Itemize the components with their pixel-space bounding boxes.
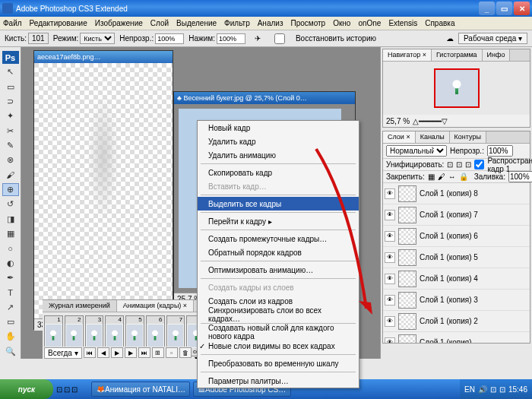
language-indicator[interactable]: EN	[464, 385, 475, 394]
doc1-canvas[interactable]	[34, 63, 173, 318]
layer-row[interactable]: 👁Слой 1 (копия)	[383, 332, 530, 343]
layer-row[interactable]: 👁Слой 1 (копия) 6	[383, 226, 530, 247]
tween-button[interactable]: ⊞	[152, 347, 164, 358]
menu-help[interactable]: Справка	[425, 19, 454, 27]
quicklaunch-icon[interactable]: ⊡	[71, 385, 78, 394]
brush-tool-icon[interactable]: 🖌	[2, 169, 19, 182]
zoom-tool-icon[interactable]: 🔍	[2, 345, 19, 358]
eyedropper-tool-icon[interactable]: ✎	[2, 139, 19, 152]
unify-style-icon[interactable]: ⊡	[465, 160, 471, 169]
marquee-tool-icon[interactable]: ▭	[2, 81, 19, 93]
menu-item[interactable]: Удалить кадр	[198, 135, 359, 148]
menu-layer[interactable]: Слой	[150, 19, 169, 27]
menu-item[interactable]: Оптимизировать анимацию…	[198, 263, 359, 277]
layer-thumb[interactable]	[398, 185, 416, 202]
minimize-button[interactable]: _	[479, 2, 495, 15]
visibility-icon[interactable]: 👁	[385, 274, 395, 284]
menu-item[interactable]: Создать промежуточные кадры…	[198, 232, 359, 245]
layer-thumb[interactable]	[398, 228, 416, 245]
type-tool-icon[interactable]: T	[2, 286, 19, 299]
blend-mode-select[interactable]: Нормальный	[386, 145, 447, 157]
shape-tool-icon[interactable]: ▭	[2, 315, 19, 328]
layer-row[interactable]: 👁Слой 1 (копия) 5	[383, 247, 530, 268]
dodge-tool-icon[interactable]: ◐	[2, 257, 19, 270]
quicklaunch-icon[interactable]: ⊡	[56, 385, 62, 394]
lock-all-icon[interactable]: 🔒	[459, 173, 468, 181]
history-brush-tool-icon[interactable]: ↺	[2, 198, 19, 211]
next-frame-button[interactable]: ▶	[125, 347, 137, 358]
stamp-tool-icon[interactable]: ⊕	[2, 183, 19, 196]
last-frame-button[interactable]: ⏭	[138, 347, 150, 358]
layer-row[interactable]: 👁Слой 1 (копия) 8	[383, 183, 530, 204]
doc1-title[interactable]: aecea17aef8b.png…	[34, 51, 173, 63]
menu-item[interactable]: Обратный порядок кадров	[198, 245, 359, 259]
tray-icon[interactable]: ⊡	[499, 385, 505, 394]
menu-filter[interactable]: Фильтр	[224, 19, 250, 27]
tab-layers[interactable]: Слои ×	[383, 131, 416, 143]
menu-view[interactable]: Просмотр	[290, 19, 325, 27]
tray-icon[interactable]: 🔊	[478, 385, 487, 394]
menu-extensis[interactable]: Extensis	[388, 19, 417, 27]
delete-frame-button[interactable]: 🗑	[179, 347, 192, 358]
maximize-button[interactable]: ▭	[496, 2, 512, 15]
flow-input[interactable]	[217, 33, 245, 44]
tab-measurements[interactable]: Журнал измерений	[43, 300, 117, 312]
navigator-thumb[interactable]	[434, 68, 480, 108]
layer-thumb[interactable]	[398, 271, 416, 287]
play-button[interactable]: ▶	[111, 347, 123, 358]
brush-value[interactable]: 101	[28, 33, 49, 44]
visibility-icon[interactable]: 👁	[385, 316, 395, 327]
layer-row[interactable]: 👁Слой 1 (копия) 2	[383, 311, 530, 332]
tab-info[interactable]: Инфо	[483, 49, 511, 61]
menu-item[interactable]: Создавать новый слой для каждого нового …	[198, 325, 359, 339]
doc2-title[interactable]: ♣ Весенний букет.jpg @ 25,7% (Слой 0…	[174, 92, 355, 104]
layer-thumb[interactable]	[398, 292, 416, 309]
visibility-icon[interactable]: 👁	[385, 337, 395, 344]
taskbar-button[interactable]: 🦊 Анимация от NATALI…	[91, 382, 190, 397]
hand-tool-icon[interactable]: ✋	[2, 330, 19, 343]
workspace-menu[interactable]: Рабочая среда ▾	[458, 33, 527, 44]
eraser-tool-icon[interactable]: ◨	[2, 213, 19, 226]
prev-frame-button[interactable]: ◀	[97, 347, 109, 358]
tab-animation[interactable]: Анимация (кадры) ×	[117, 300, 194, 312]
unify-position-icon[interactable]: ⊡	[447, 160, 453, 169]
tray-icon[interactable]: ⊡	[490, 385, 496, 394]
visibility-icon[interactable]: 👁	[385, 188, 395, 199]
menu-file[interactable]: Файл	[3, 19, 22, 27]
visibility-icon[interactable]: 👁	[385, 210, 395, 220]
menu-select[interactable]: Выделение	[176, 19, 217, 27]
start-button[interactable]: пуск	[0, 379, 53, 399]
pen-tool-icon[interactable]: ✒	[2, 271, 19, 284]
layer-row[interactable]: 👁Слой 1 (копия) 7	[383, 204, 530, 226]
path-tool-icon[interactable]: ↗	[2, 301, 19, 314]
clock[interactable]: 15:46	[508, 385, 527, 394]
loop-select[interactable]: Всегда ▾	[44, 347, 82, 359]
gradient-tool-icon[interactable]: ▦	[2, 227, 19, 240]
blur-tool-icon[interactable]: ○	[2, 242, 19, 255]
first-frame-button[interactable]: ⏮	[84, 347, 96, 358]
system-tray[interactable]: EN 🔊 ⊡ ⊡ 15:46	[460, 379, 532, 399]
propagate-check[interactable]	[474, 160, 484, 169]
quicklaunch-icon[interactable]: ⊡	[64, 385, 70, 394]
unify-visibility-icon[interactable]: ⊡	[456, 160, 462, 169]
mode-select[interactable]: Кисть	[80, 33, 115, 44]
close-button[interactable]: ✕	[514, 2, 530, 15]
menu-item[interactable]: Скопировать кадр	[198, 166, 359, 179]
menu-item[interactable]: Перейти к кадру ▸	[198, 214, 359, 228]
menu-item[interactable]: Параметры палитры…	[198, 374, 359, 388]
layer-row[interactable]: 👁Слой 1 (копия) 3	[383, 290, 530, 311]
layer-thumb[interactable]	[398, 313, 416, 330]
menu-item[interactable]: Новый кадр	[198, 121, 359, 135]
tab-navigator[interactable]: Навигатор ×	[383, 49, 432, 61]
visibility-icon[interactable]: 👁	[385, 231, 395, 242]
lock-move-icon[interactable]: ↔	[448, 173, 456, 181]
wand-tool-icon[interactable]: ✦	[2, 109, 19, 122]
visibility-icon[interactable]: 👁	[385, 252, 395, 263]
lock-paint-icon[interactable]: 🖌	[438, 173, 445, 181]
menu-onone[interactable]: onOne	[358, 19, 381, 27]
crop-tool-icon[interactable]: ✂	[2, 125, 19, 138]
menu-item[interactable]: Удалить анимацию	[198, 148, 359, 162]
layer-row[interactable]: 👁Слой 1 (копия) 4	[383, 268, 530, 290]
fill-input[interactable]	[508, 171, 532, 182]
menu-edit[interactable]: Редактирование	[30, 19, 87, 27]
